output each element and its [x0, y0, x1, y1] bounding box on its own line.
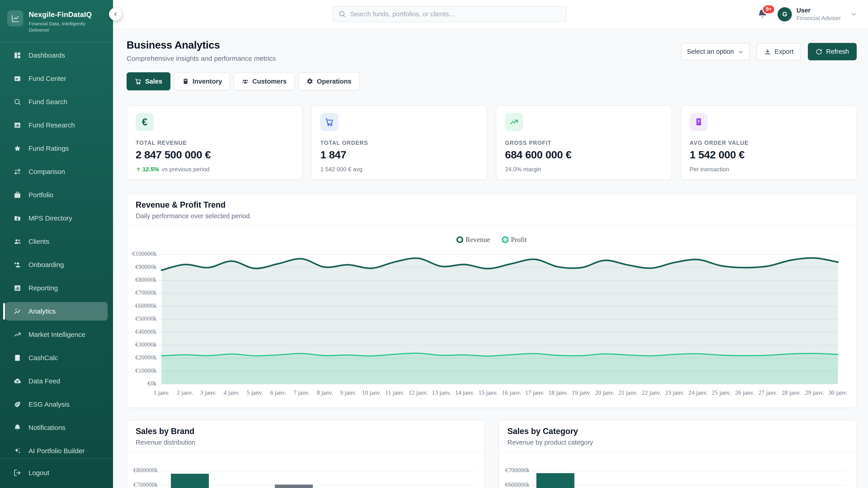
layout-dashboard-icon [13, 52, 21, 59]
svg-text:5 janv.: 5 janv. [247, 389, 263, 396]
kpi-trend: 12.5% [135, 166, 159, 173]
sidebar-item-label: Portfolio [29, 191, 53, 199]
brand-subtitle: Financial Data, Intelligently Delivered [29, 21, 103, 33]
sidebar-item-label: Fund Research [29, 121, 75, 129]
sidebar-collapse-button[interactable] [109, 8, 122, 21]
search-input[interactable] [350, 10, 561, 18]
trending-up-icon [13, 331, 21, 338]
svg-text:€700000k: €700000k [133, 481, 158, 488]
svg-text:19 janv.: 19 janv. [572, 389, 591, 396]
sales-by-category-card: Sales by Category Revenue by product cat… [498, 420, 857, 488]
svg-text:15 janv.: 15 janv. [478, 389, 498, 396]
sidebar-item-onboarding[interactable]: Onboarding [5, 256, 107, 274]
svg-text:€20000k: €20000k [135, 354, 157, 361]
svg-text:1 janv.: 1 janv. [153, 389, 170, 396]
kpi-label: AVG ORDER VALUE [690, 140, 848, 146]
kpi-value: 1 542 000 € [690, 149, 848, 161]
sidebar-item-fund-center[interactable]: Fund Center [5, 69, 107, 88]
kpi-card-total-orders: TOTAL ORDERS 1 847 1 542 000 € avg [311, 105, 487, 180]
brand-card-title: Sales by Brand [135, 427, 476, 436]
leaf-icon [13, 400, 21, 408]
sidebar-item-dashboards[interactable]: Dashboards [5, 46, 107, 65]
sidebar-item-mps-directory[interactable]: MPS Directory [5, 209, 107, 228]
sidebar-item-label: AI Portfolio Builder [29, 447, 85, 453]
svg-text:17 janv.: 17 janv. [525, 389, 544, 396]
notifications-button[interactable]: 9+ [757, 8, 768, 20]
sidebar-item-analytics[interactable]: Analytics [5, 302, 107, 321]
export-button[interactable]: Export [756, 43, 801, 60]
sidebar-item-cashcalc[interactable]: CashCalc [5, 349, 107, 367]
calculator-icon [13, 354, 21, 362]
chart-card-2-icon [13, 284, 21, 292]
legend-item-revenue[interactable]: Revenue [456, 236, 490, 244]
sidebar-item-ai-portfolio-builder[interactable]: AI Portfolio Builder [5, 442, 107, 453]
tab-label: Sales [145, 78, 162, 85]
refresh-button[interactable]: Refresh [808, 43, 857, 60]
sidebar-item-fund-ratings[interactable]: Fund Ratings [5, 139, 107, 158]
tab-sales[interactable]: Sales [127, 72, 170, 90]
kpi-subtext: 12.5%vs previous period [135, 166, 293, 173]
sidebar-footer-divider [0, 458, 113, 459]
section-tabs: SalesInventoryCustomersOperations [127, 72, 857, 90]
svg-text:€60000k: €60000k [135, 302, 157, 309]
sidebar-item-logout[interactable]: Logout [5, 464, 107, 482]
sidebar-item-notifications[interactable]: Notifications [5, 418, 107, 437]
trend-card-subtitle: Daily performance over selected period [135, 213, 848, 220]
avatar: G [778, 7, 792, 22]
cart-icon [320, 113, 338, 131]
sidebar-item-fund-search[interactable]: Fund Search [5, 93, 107, 111]
sidebar-item-data-feed[interactable]: Data Feed [5, 372, 107, 390]
sidebar-item-market-intelligence[interactable]: Market Intelligence [5, 325, 107, 344]
sidebar-item-label: Notifications [29, 424, 65, 431]
sales-by-brand-card: Sales by Brand Revenue distribution €800… [127, 420, 485, 488]
tab-customers[interactable]: Customers [234, 72, 295, 90]
page-controls: Select an option Export Refresh [681, 43, 857, 60]
category-chart-svg: €700000k€600000k€500000k€400000k€300000k… [499, 452, 857, 488]
sidebar-item-clients[interactable]: Clients [5, 232, 107, 251]
kpi-subtext: 24.0% margin [505, 166, 663, 173]
chart-line-icon [11, 14, 20, 23]
sidebar-item-comparison[interactable]: Comparison [5, 162, 107, 181]
kpi-card-avg-order-value: AVG ORDER VALUE 1 542 000 € Per transact… [681, 105, 857, 180]
sidebar-item-esg-analysis[interactable]: ESG Analysis [5, 395, 107, 414]
sidebar-item-fund-research[interactable]: Fund Research [5, 116, 107, 134]
kpi-value: 2 847 500 000 € [135, 149, 293, 161]
page-content: Business Analytics Comprehensive insight… [113, 29, 868, 488]
svg-text:30 janv.: 30 janv. [828, 389, 847, 396]
export-button-label: Export [775, 48, 794, 55]
svg-text:€0k: €0k [148, 380, 157, 387]
svg-text:20 janv.: 20 janv. [595, 389, 614, 396]
period-select[interactable]: Select an option [681, 43, 750, 60]
euro-icon: € [135, 113, 154, 131]
kpi-subtext: Per transaction [690, 166, 848, 173]
chart-card-icon [13, 121, 21, 129]
svg-text:2 janv.: 2 janv. [177, 389, 193, 396]
chevron-left-icon [113, 11, 119, 17]
sidebar-item-portfolio[interactable]: Portfolio [5, 186, 107, 204]
sidebar-item-label: Fund Ratings [29, 144, 69, 152]
page-subtitle: Comprehensive insights and performance m… [127, 55, 276, 62]
svg-text:29 janv.: 29 janv. [805, 389, 824, 396]
kpi-label: TOTAL ORDERS [320, 140, 478, 146]
brand-chart-svg: €800000k€700000k€600000k€500000k€400000k… [127, 452, 485, 488]
svg-text:26 janv.: 26 janv. [735, 389, 754, 396]
svg-text:12 janv.: 12 janv. [408, 389, 428, 396]
kpi-note: 24.0% margin [505, 166, 541, 173]
sparkles-icon [13, 447, 21, 453]
svg-text:18 janv.: 18 janv. [548, 389, 567, 396]
fund-center-icon [13, 75, 21, 83]
notifications-badge: 9+ [762, 4, 775, 14]
svg-text:23 janv.: 23 janv. [665, 389, 684, 396]
tab-operations[interactable]: Operations [298, 72, 360, 90]
legend-swatch [502, 236, 508, 243]
svg-text:22 janv.: 22 janv. [642, 389, 661, 396]
legend-item-profit[interactable]: Profit [502, 236, 527, 244]
sidebar-item-reporting[interactable]: Reporting [5, 279, 107, 297]
sidebar-item-label: Fund Search [29, 98, 67, 106]
search-icon [338, 10, 346, 18]
user-menu[interactable]: G User Financial Adviser [778, 7, 857, 22]
sidebar-nav: DashboardsFund CenterFund SearchFund Res… [0, 42, 113, 453]
tab-label: Inventory [193, 78, 222, 85]
tab-inventory[interactable]: Inventory [174, 72, 230, 90]
chevron-down-icon [738, 48, 744, 55]
